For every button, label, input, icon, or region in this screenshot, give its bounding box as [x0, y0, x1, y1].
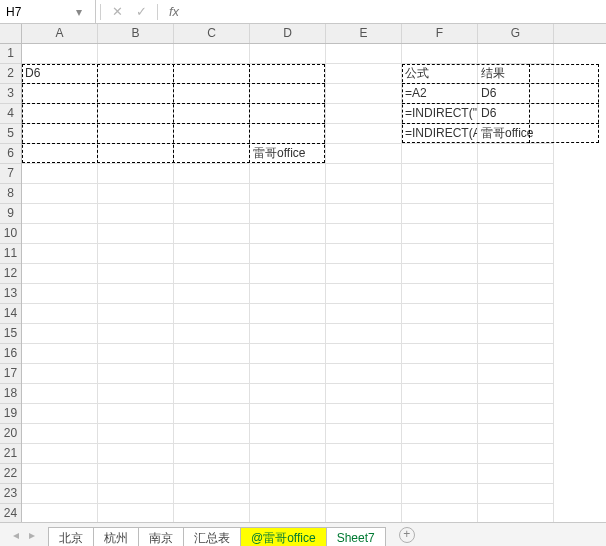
cancel-icon[interactable]: ✕ [105, 4, 129, 19]
cell[interactable] [326, 504, 402, 522]
cell[interactable] [22, 164, 98, 184]
cell[interactable] [478, 384, 554, 404]
cell[interactable] [402, 224, 478, 244]
row-header[interactable]: 17 [0, 364, 21, 384]
cell[interactable] [326, 224, 402, 244]
cell-F2[interactable]: 公式 [402, 64, 478, 84]
cell[interactable] [326, 404, 402, 424]
cell[interactable] [174, 384, 250, 404]
cell-G3[interactable]: D6 [478, 84, 554, 104]
cell[interactable] [326, 344, 402, 364]
cell[interactable] [402, 264, 478, 284]
cell[interactable] [22, 324, 98, 344]
cell[interactable] [98, 384, 174, 404]
cell[interactable] [22, 464, 98, 484]
sheet-tab[interactable]: 南京 [138, 527, 184, 546]
cell[interactable] [250, 204, 326, 224]
cell[interactable] [22, 224, 98, 244]
cell-F3[interactable]: =A2 [402, 84, 478, 104]
row-header[interactable]: 19 [0, 404, 21, 424]
col-header[interactable]: F [402, 24, 478, 43]
cell[interactable] [478, 504, 554, 522]
cell[interactable] [402, 404, 478, 424]
name-box[interactable]: ▾ [0, 0, 96, 23]
cell[interactable] [98, 464, 174, 484]
cell-F5[interactable]: =INDIRECT(A2) [402, 124, 478, 144]
cell[interactable] [174, 264, 250, 284]
cell[interactable] [22, 84, 98, 104]
cell[interactable] [326, 104, 402, 124]
row-header[interactable]: 4 [0, 104, 21, 124]
name-box-input[interactable] [0, 5, 70, 19]
cell[interactable] [478, 144, 554, 164]
row-header[interactable]: 12 [0, 264, 21, 284]
cell[interactable] [22, 484, 98, 504]
cell[interactable] [174, 184, 250, 204]
cell[interactable] [478, 364, 554, 384]
cell[interactable] [478, 264, 554, 284]
cell[interactable] [22, 504, 98, 522]
cell[interactable] [98, 504, 174, 522]
cell[interactable] [250, 464, 326, 484]
cell[interactable] [174, 224, 250, 244]
cell[interactable] [98, 404, 174, 424]
cell[interactable] [22, 44, 98, 64]
cell[interactable] [98, 304, 174, 324]
row-header[interactable]: 3 [0, 84, 21, 104]
col-header[interactable]: C [174, 24, 250, 43]
cell[interactable] [174, 124, 250, 144]
cell[interactable] [98, 424, 174, 444]
cell[interactable] [402, 44, 478, 64]
row-header[interactable]: 15 [0, 324, 21, 344]
sheet-tab[interactable]: 汇总表 [183, 527, 241, 546]
cell[interactable] [402, 244, 478, 264]
name-box-dropdown-icon[interactable]: ▾ [70, 5, 88, 19]
cell[interactable] [98, 284, 174, 304]
cell[interactable] [402, 484, 478, 504]
row-header[interactable]: 1 [0, 44, 21, 64]
cell[interactable] [250, 344, 326, 364]
cell[interactable] [478, 464, 554, 484]
cell[interactable] [250, 404, 326, 424]
cell[interactable] [98, 144, 174, 164]
cell[interactable] [250, 324, 326, 344]
cell-D6[interactable]: 雷哥office [250, 144, 326, 164]
cell[interactable] [478, 284, 554, 304]
cell[interactable] [326, 204, 402, 224]
cell-G5[interactable]: 雷哥office [478, 124, 554, 144]
cell-G2[interactable]: 结果 [478, 64, 554, 84]
row-header[interactable]: 20 [0, 424, 21, 444]
row-header[interactable]: 10 [0, 224, 21, 244]
cell[interactable] [326, 364, 402, 384]
cell[interactable] [174, 504, 250, 522]
cell[interactable] [478, 44, 554, 64]
cell[interactable] [326, 184, 402, 204]
cell[interactable] [174, 424, 250, 444]
cell[interactable] [174, 144, 250, 164]
formula-input[interactable] [186, 0, 606, 23]
cell[interactable] [326, 464, 402, 484]
cell[interactable] [326, 384, 402, 404]
cell[interactable] [22, 424, 98, 444]
cell[interactable] [174, 204, 250, 224]
cell[interactable] [326, 84, 402, 104]
row-header[interactable]: 16 [0, 344, 21, 364]
sheet-tab-active[interactable]: @雷哥office [240, 527, 327, 546]
select-all-corner[interactable] [0, 24, 22, 44]
cell[interactable] [174, 464, 250, 484]
row-header[interactable]: 7 [0, 164, 21, 184]
row-header[interactable]: 14 [0, 304, 21, 324]
cell[interactable] [98, 124, 174, 144]
cell[interactable] [326, 484, 402, 504]
cell[interactable] [250, 424, 326, 444]
cell[interactable] [98, 104, 174, 124]
cell[interactable] [326, 144, 402, 164]
row-header[interactable]: 9 [0, 204, 21, 224]
cell[interactable] [250, 224, 326, 244]
cell[interactable] [250, 84, 326, 104]
cell[interactable] [98, 484, 174, 504]
cell[interactable] [478, 164, 554, 184]
cell[interactable] [174, 304, 250, 324]
cells-area[interactable]: D6 公式 结果 =A2 D6 =INDIRECT("A2") D6 =INDI… [22, 44, 606, 522]
row-header[interactable]: 11 [0, 244, 21, 264]
